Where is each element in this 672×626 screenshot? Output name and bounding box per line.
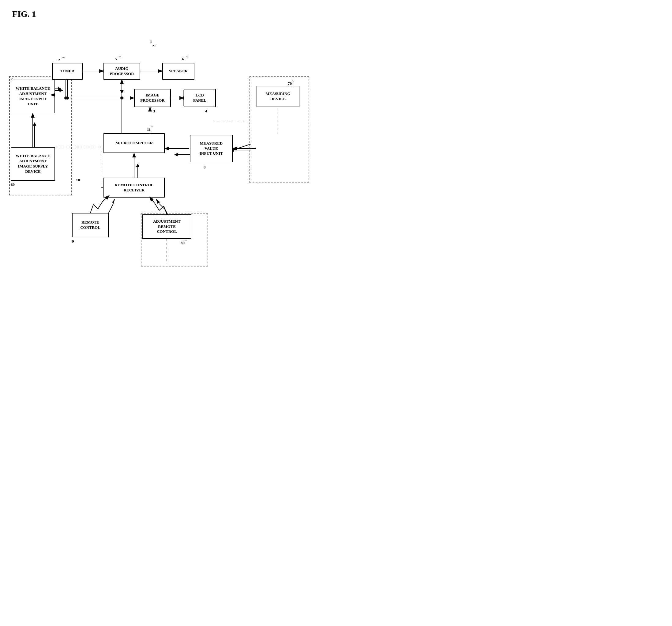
ref-70: 70 [288, 81, 292, 86]
speaker-box: SPEAKER [162, 63, 194, 79]
image-processor-box: IMAGEPROCESSOR [134, 89, 171, 107]
svg-marker-29 [156, 199, 160, 204]
ref-9: 9 [72, 239, 74, 244]
svg-line-23 [233, 144, 251, 150]
ref-1: 1 [150, 39, 152, 44]
ref-80: 80 [181, 240, 185, 245]
svg-point-38 [66, 96, 69, 99]
ref-60: 60 [11, 182, 15, 187]
ref-2: 2 [58, 57, 60, 63]
tuner-box: TUNER [52, 63, 83, 79]
svg-marker-22 [174, 153, 177, 156]
audio-processor-box: AUDIOPROCESSOR [103, 63, 140, 79]
wb-supply-device-box: WHITE BALANCEADJUSTMENTIMAGE SUPPLYDEVIC… [11, 147, 55, 181]
measured-value-input-box: MEASUREDVALUEINPUT UNIT [190, 135, 233, 162]
fig-title: FIG. 1 [12, 9, 36, 19]
remote-control-box: REMOTECONTROL [72, 213, 109, 237]
ref-11: 11 [147, 127, 151, 132]
wb-adj-image-input-box: WHITE BALANCEADJUSTMENTIMAGE INPUTUNIT [11, 79, 55, 113]
svg-marker-33 [33, 122, 36, 125]
svg-marker-20 [58, 87, 61, 90]
svg-marker-8 [120, 90, 123, 93]
svg-point-6 [64, 96, 67, 99]
measuring-device-box: MEASURINGDEVICE [257, 86, 299, 107]
svg-point-40 [120, 96, 123, 99]
adj-remote-control-box: ADJUSTMENTREMOTECONTROL [142, 214, 191, 239]
remote-control-receiver-box: REMOTE CONTROLRECEIVER [103, 178, 165, 198]
ref-6: 6 [182, 57, 184, 62]
ref-8: 8 [203, 165, 206, 170]
ref-4: 4 [205, 109, 207, 114]
svg-marker-27 [136, 164, 139, 167]
ref-7: 7 [11, 76, 13, 82]
ref-10: 10 [76, 178, 80, 183]
ref-3: 3 [153, 109, 155, 114]
ref-5: 5 [115, 57, 117, 62]
svg-marker-18 [60, 89, 63, 92]
svg-marker-28 [112, 199, 115, 204]
lcd-panel-box: LCDPANEL [184, 89, 216, 107]
microcomputer-box: MICROCOMPUTER [103, 133, 165, 153]
